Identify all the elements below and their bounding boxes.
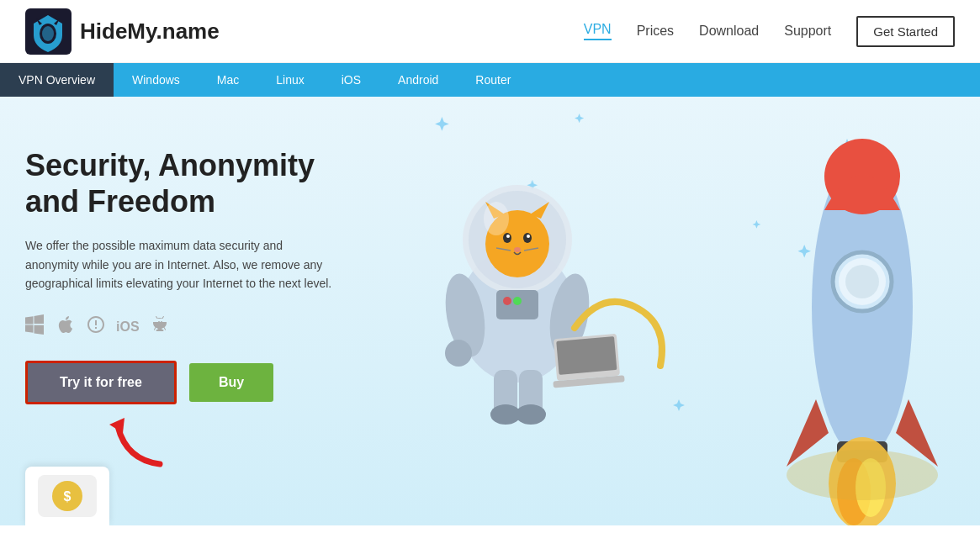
svg-point-26: [513, 297, 522, 305]
svg-point-30: [516, 404, 546, 425]
subnav-mac[interactable]: Mac: [199, 63, 257, 97]
rocket-group: [787, 139, 938, 525]
linux-icon: [86, 314, 106, 340]
svg-point-22: [445, 340, 472, 367]
hero-title: Security, Anonymityand Freedom: [25, 147, 336, 219]
hero-illustration: [349, 97, 980, 525]
svg-point-14: [506, 235, 510, 238]
android-icon: [150, 314, 170, 340]
nav-support[interactable]: Support: [784, 24, 831, 39]
logo-text: HideMy.name: [80, 18, 220, 45]
bottom-card-icon: $: [34, 471, 101, 521]
buy-button[interactable]: Buy: [189, 363, 273, 402]
hero-description: We offer the possible maximum data secur…: [25, 236, 336, 293]
subnav-router[interactable]: Router: [457, 63, 529, 97]
windows-icon: [25, 314, 45, 340]
nav-vpn[interactable]: VPN: [584, 22, 612, 40]
svg-point-25: [503, 297, 511, 305]
logo-area: HideMy.name: [25, 8, 220, 55]
subnav-android[interactable]: Android: [379, 63, 457, 97]
apple-icon: [56, 314, 76, 340]
subnav: VPN Overview Windows Mac Linux iOS Andro…: [0, 63, 980, 97]
svg-point-19: [484, 202, 509, 235]
logo-icon: [25, 8, 72, 55]
get-started-button[interactable]: Get Started: [856, 16, 955, 47]
svg-point-15: [527, 235, 530, 238]
svg-point-13: [523, 233, 532, 243]
button-row: Try it for free Buy: [25, 361, 336, 404]
header: HideMy.name VPN Prices Download Support …: [0, 0, 980, 63]
svg-point-43: [787, 450, 938, 500]
svg-point-16: [514, 247, 521, 252]
subnav-vpn-overview[interactable]: VPN Overview: [0, 63, 114, 97]
nav-download[interactable]: Download: [699, 24, 759, 39]
svg-point-38: [845, 265, 879, 298]
subnav-windows[interactable]: Windows: [114, 63, 199, 97]
svg-rect-32: [556, 336, 617, 375]
svg-point-4: [42, 26, 54, 41]
platform-icons: iOS: [25, 314, 336, 340]
svg-text:$: $: [64, 489, 72, 504]
cat-astronaut-group: [440, 185, 662, 425]
ios-label: iOS: [116, 319, 140, 335]
hero-left: Security, Anonymityand Freedom We offer …: [25, 130, 336, 404]
svg-point-12: [503, 233, 511, 243]
arrow-indicator: [109, 409, 177, 472]
subnav-linux[interactable]: Linux: [257, 63, 322, 97]
subnav-ios[interactable]: iOS: [323, 63, 379, 97]
hero-svg: [349, 97, 980, 525]
bottom-card: $: [25, 467, 109, 525]
hero-section: Security, Anonymityand Freedom We offer …: [0, 97, 980, 525]
nav-prices[interactable]: Prices: [637, 24, 674, 39]
main-nav: VPN Prices Download Support Get Started: [584, 16, 955, 47]
try-free-button[interactable]: Try it for free: [25, 361, 177, 404]
